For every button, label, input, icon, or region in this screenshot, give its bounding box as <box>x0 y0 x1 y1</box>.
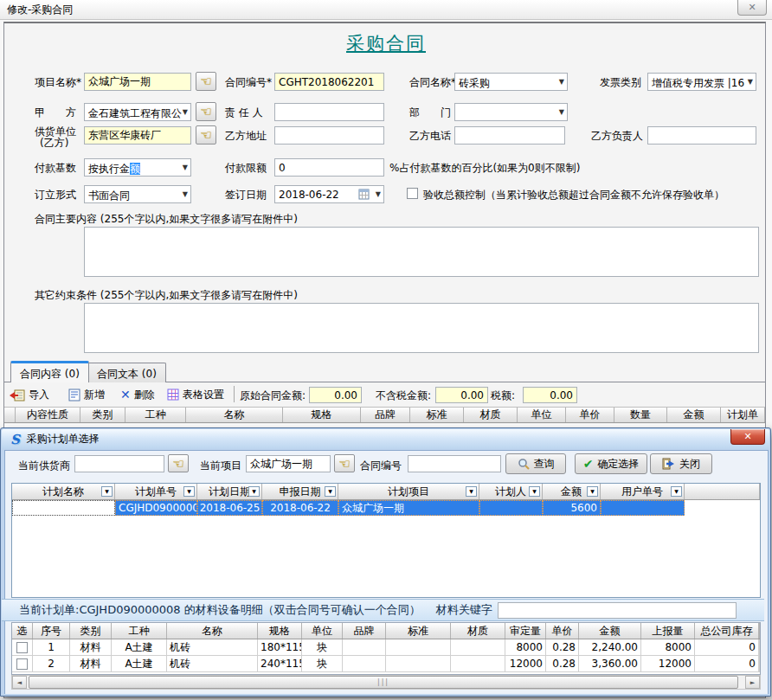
filter-icon[interactable]: ▼ <box>671 486 682 497</box>
filter-icon[interactable]: ▼ <box>183 486 195 497</box>
unit-cell: 块 <box>302 639 343 655</box>
current-project-input[interactable] <box>246 455 331 472</box>
column-header: 材质 <box>464 408 518 422</box>
price-cell: 0.28 <box>546 656 579 671</box>
supplier-picker-button[interactable]: ☜ <box>196 125 216 144</box>
column-header-label: 计划名称 <box>42 485 84 499</box>
delete-icon: ✕ <box>120 388 131 401</box>
column-header-label: 申报日期 <box>280 485 321 499</box>
tab-contract-text[interactable]: 合同文本 (0) <box>87 363 166 382</box>
party-a-picker-button[interactable]: ☜ <box>196 102 216 121</box>
status-text: 当前计划单:CGJHD090000008 的材料设备明细（双击合同号可确认一个合… <box>19 602 421 618</box>
contract-no-input[interactable] <box>274 73 384 91</box>
other-terms-textarea[interactable] <box>84 303 759 353</box>
close-dialog-button[interactable]: 关闭 <box>650 453 712 474</box>
original-amount-input[interactable] <box>309 387 362 403</box>
plan-table-selected-row[interactable]: CGJHD090000008 2018-06-25 2018-06-22 众城广… <box>12 500 760 516</box>
filler-cell <box>759 639 760 655</box>
project-picker-button[interactable]: ☜ <box>334 454 355 472</box>
material-keyword-input[interactable] <box>498 602 737 619</box>
filter-icon[interactable]: ▼ <box>587 486 598 497</box>
row-checkbox[interactable] <box>16 658 28 670</box>
column-header: 单价 <box>546 623 579 639</box>
net-amount-input[interactable] <box>435 387 488 403</box>
horizontal-scrollbar: ◄ ||| ► <box>11 675 761 690</box>
filter-icon[interactable]: ▼ <box>248 486 260 497</box>
sign-date-picker[interactable]: 2018-06-22 ▼ <box>274 185 384 203</box>
column-header-label: 计划人 <box>495 485 526 499</box>
confirm-select-button[interactable]: ✔ 确定选择 <box>575 453 647 474</box>
invoice-type-combo[interactable]: 增值税专用发票 |16▼ <box>647 73 756 91</box>
add-label: 新增 <box>84 388 105 402</box>
main-content-label: 合同主要内容 (255个字以内,如果文字很多请写在附件中) <box>35 213 298 226</box>
import-button[interactable]: 导入 <box>7 385 52 404</box>
main-content-textarea[interactable] <box>84 227 759 277</box>
thumb-grip-icon: ||| <box>377 678 389 686</box>
filter-icon[interactable]: ▼ <box>101 486 113 497</box>
dialog-close-button[interactable]: ✕ <box>730 429 765 445</box>
current-supplier-input[interactable] <box>74 455 164 472</box>
material-cell <box>451 639 505 655</box>
app-window: 修改-采购合同 ✕ 采购合同 项目名称* ☜ 合同编号* 合同名称* 砖采购▼ … <box>0 0 772 700</box>
filter-icon[interactable]: ▼ <box>325 486 336 497</box>
chevron-down-icon: ▼ <box>748 79 753 86</box>
tab-label: 合同文本 (0) <box>97 368 157 380</box>
chevron-down-icon: ▼ <box>183 109 188 116</box>
scroll-left-icon[interactable]: ◄ <box>12 676 27 689</box>
project-name-input[interactable] <box>84 73 191 91</box>
filler-cell <box>759 656 760 671</box>
supplier-picker-button[interactable]: ☜ <box>168 454 189 472</box>
original-amount-label: 原始合同金额: <box>240 389 306 402</box>
scrollbar-thumb[interactable]: ||| <box>29 676 738 689</box>
table-setup-label: 表格设置 <box>183 388 224 402</box>
party-b-manager-input[interactable] <box>647 126 756 144</box>
supplier-input[interactable] <box>84 126 191 144</box>
tab-contract-content[interactable]: 合同内容 (0) <box>10 361 89 382</box>
payment-limit-input[interactable] <box>274 158 384 177</box>
party-a-combo[interactable]: 金石建筑工程有限公▼ <box>84 103 191 121</box>
amount-cell: 3,360.00 <box>579 656 641 671</box>
detail-table-row[interactable]: 2 材料 A土建 机砖 240*115* 块 12000 0.28 3,360.… <box>12 656 760 672</box>
add-button[interactable]: 新增 <box>66 385 107 404</box>
payment-base-combo[interactable]: 按执行金额▼ <box>84 158 191 177</box>
brand-cell <box>343 656 386 671</box>
table-setup-button[interactable]: 表格设置 <box>164 385 227 404</box>
delete-button[interactable]: ✕ 删除 <box>118 385 158 404</box>
contract-name-combo[interactable]: 砖采购▼ <box>454 73 568 91</box>
scroll-right-icon[interactable]: ► <box>745 676 760 689</box>
search-button[interactable]: 查询 <box>505 453 566 474</box>
search-label: 查询 <box>534 457 555 472</box>
column-header: 类别 <box>70 623 112 639</box>
filter-icon[interactable]: ▼ <box>466 486 477 497</box>
party-b-phone-label: 乙方电话 <box>409 130 451 143</box>
current-supplier-label: 当前供货商 <box>18 459 70 472</box>
report-date-cell: 2018-06-22 <box>262 500 338 516</box>
column-header: 规格 <box>258 623 302 639</box>
invoice-type-label: 发票类别 <box>600 76 641 89</box>
hand-icon: ☜ <box>200 74 211 89</box>
acceptance-control-checkbox[interactable] <box>407 188 418 199</box>
column-header-label: 计划单号 <box>135 485 177 499</box>
column-header: 名称 <box>167 623 258 639</box>
row-checkbox[interactable] <box>16 642 28 653</box>
material-cell <box>451 656 505 671</box>
party-b-address-input[interactable] <box>274 126 384 144</box>
tax-amount-input[interactable] <box>523 387 577 403</box>
plan-select-dialog: S 采购计划单选择 ✕ 当前供货商 ☜ 当前项目 ☜ 合同编号 查询 ✔ 确定选… <box>0 427 771 697</box>
form-type-combo[interactable]: 书面合同▼ <box>84 185 191 203</box>
project-picker-button[interactable]: ☜ <box>196 72 216 91</box>
window-close-button[interactable]: ✕ <box>737 0 767 16</box>
sign-date-label: 签订日期 <box>225 189 267 202</box>
plan-name-cell[interactable] <box>12 500 115 516</box>
department-combo[interactable]: ▼ <box>454 103 568 121</box>
filter-icon[interactable]: ▼ <box>529 486 540 497</box>
responsible-input[interactable] <box>274 103 384 121</box>
material-detail-table: 选 序号 类别 工种 名称 规格 单位 品牌 标准 材质 审定量 单价 金额 上… <box>11 622 761 675</box>
payment-base-selected-text: 额 <box>130 163 140 175</box>
spec-cell: 180*115* <box>258 639 302 655</box>
detail-table-row[interactable]: 1 材料 A土建 机砖 180*115* 块 8000 0.28 2,240.0… <box>12 639 760 656</box>
trade-cell: A土建 <box>112 656 167 671</box>
column-header: 审定量 <box>505 623 546 639</box>
party-b-phone-input[interactable] <box>454 126 565 144</box>
contract-no-input[interactable] <box>408 455 501 472</box>
